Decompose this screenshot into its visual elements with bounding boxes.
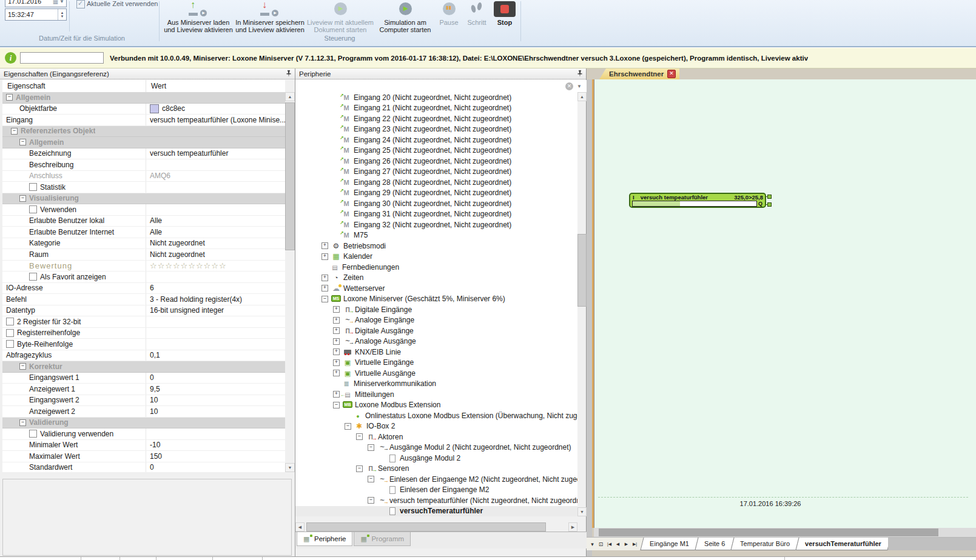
checkbox[interactable]: [6, 329, 14, 337]
property-row[interactable]: Statistik: [2, 182, 285, 193]
filter-dropdown-icon[interactable]: ▼: [577, 84, 582, 89]
tree-item[interactable]: Eingang 20 (Nicht zugeordnet, Nicht zuge…: [295, 92, 577, 103]
tree-hscrollbar-thumb[interactable]: [306, 522, 546, 532]
tree-item[interactable]: Eingang 27 (Nicht zugeordnet, Nicht zuge…: [295, 167, 577, 178]
tree-item[interactable]: +Analoge Eingänge: [295, 315, 577, 326]
rating-stars[interactable]: ☆☆☆☆☆☆☆☆☆☆: [150, 261, 227, 270]
property-row[interactable]: Verwenden: [2, 204, 285, 216]
pause-button[interactable]: Pause: [436, 0, 462, 26]
property-row[interactable]: AnschlussAMQ6: [2, 171, 285, 182]
property-group-row[interactable]: −Visualisierung: [2, 193, 285, 205]
property-row[interactable]: Validierung verwenden: [2, 428, 285, 440]
property-row[interactable]: Eingangversuch tempeaturfühler (Loxone M…: [2, 115, 285, 126]
tree-item[interactable]: −versuch tempeaturfühler (Nicht zugeordn…: [295, 495, 577, 506]
function-block[interactable]: I versuch tempeaturfühler 325,0>25,8 Q: [629, 193, 766, 208]
expand-icon[interactable]: −: [333, 402, 340, 408]
expand-icon[interactable]: +: [333, 338, 340, 345]
expand-icon[interactable]: +: [321, 242, 328, 249]
property-row[interactable]: Byte-Reihenfolge: [2, 339, 285, 350]
scroll-down-icon[interactable]: ▼: [285, 463, 295, 472]
panel-tab-peripherie[interactable]: Peripherie: [297, 532, 352, 546]
simulation-start-button[interactable]: Simulation am Computer starten: [375, 0, 436, 33]
tree-item[interactable]: Eingang 30 (Nicht zugeordnet, Nicht zuge…: [295, 198, 577, 209]
property-row[interactable]: Eingangswert 10: [2, 373, 285, 384]
liveview-start-button[interactable]: Liveview mit aktuellem Dokument starten: [306, 0, 375, 33]
property-row[interactable]: 2 Register für 32-bit: [2, 316, 285, 328]
tree-item[interactable]: +Virtuelle Eingänge: [295, 358, 577, 368]
property-row[interactable]: Befehl3 - Read holding register(4x): [2, 294, 285, 305]
tree-item[interactable]: +Mitteilungen: [295, 389, 577, 400]
expand-icon[interactable]: +: [333, 391, 340, 398]
tree-item[interactable]: +Kalender: [295, 252, 577, 262]
property-row[interactable]: Erlaubte Benutzer InternetAlle: [2, 227, 285, 238]
tree-item[interactable]: Eingang 24 (Nicht zugeordnet, Nicht zuge…: [295, 135, 577, 145]
time-spinner[interactable]: ▲▼: [58, 9, 66, 20]
tree-item[interactable]: +Analoge Ausgänge: [295, 336, 577, 347]
expand-icon[interactable]: +: [321, 285, 328, 292]
tree-item[interactable]: Eingang 25 (Nicht zugeordnet, Nicht zuge…: [295, 145, 577, 156]
tree-item[interactable]: Eingang 29 (Nicht zugeordnet, Nicht zuge…: [295, 188, 577, 199]
tree-item[interactable]: Eingang 23 (Nicht zugeordnet, Nicht zuge…: [295, 124, 577, 135]
checkbox[interactable]: [6, 318, 14, 325]
canvas-hscrollbar-thumb[interactable]: [599, 528, 938, 536]
expand-icon[interactable]: −: [368, 497, 374, 504]
tree-item[interactable]: −Loxone Miniserver (Geschätzt 5%, Minise…: [295, 294, 577, 305]
property-row[interactable]: Standardwert0: [2, 462, 285, 473]
last-page-icon[interactable]: [631, 542, 638, 547]
expand-icon[interactable]: +: [321, 275, 328, 281]
previous-page-icon[interactable]: [614, 542, 621, 547]
checkbox[interactable]: [29, 430, 37, 438]
infobar-input[interactable]: [20, 52, 104, 64]
property-row[interactable]: Erlaubte Benutzer lokalAlle: [2, 216, 285, 227]
sheet-tab[interactable]: Seite 6: [695, 538, 734, 550]
collapse-icon[interactable]: −: [19, 363, 26, 370]
next-page-icon[interactable]: [623, 542, 630, 547]
expand-icon[interactable]: −: [356, 465, 363, 472]
property-row[interactable]: Bezeichnungversuch tempeaturfühler: [2, 148, 285, 160]
property-row[interactable]: Registerreihenfolge: [2, 328, 285, 339]
property-row[interactable]: Objektfarbec8c8ec: [2, 104, 285, 115]
close-icon[interactable]: ✕: [667, 70, 676, 78]
tree-item[interactable]: +Wetterserver: [295, 283, 577, 294]
tab-overview-icon[interactable]: [597, 541, 604, 547]
property-group-row[interactable]: −Validierung: [2, 418, 285, 429]
tree-item[interactable]: Ausgänge Modul 2: [295, 453, 577, 464]
calendar-picker-icon[interactable]: ▦: [53, 0, 58, 5]
expand-icon[interactable]: +: [321, 253, 328, 260]
tree-item[interactable]: Eingang 21 (Nicht zugeordnet, Nicht zuge…: [295, 103, 577, 114]
expand-icon[interactable]: +: [333, 370, 340, 376]
property-row[interactable]: KategorieNicht zugeordnet: [2, 238, 285, 250]
property-row[interactable]: Als Favorit anzeigen: [2, 272, 285, 283]
tree-item[interactable]: Eingang 31 (Nicht zugeordnet, Nicht zuge…: [295, 209, 577, 220]
property-row[interactable]: Anzeigewert 19,5: [2, 384, 285, 395]
tree-item[interactable]: Eingang 32 (Nicht zugeordnet, Nicht zuge…: [295, 219, 577, 230]
output-pin-icon[interactable]: [766, 202, 772, 207]
collapse-icon[interactable]: −: [19, 419, 26, 426]
expand-icon[interactable]: +: [333, 348, 340, 355]
use-current-time-checkbox[interactable]: [76, 0, 85, 8]
scroll-up-icon[interactable]: ▲: [285, 92, 295, 101]
scroll-left-icon[interactable]: ◀: [295, 522, 305, 532]
tree-item[interactable]: −Ausgänge Modul 2 (Nicht zugeordnet, Nic…: [295, 442, 577, 453]
property-row[interactable]: Anzeigewert 210: [2, 406, 285, 418]
scroll-down-icon[interactable]: ▼: [577, 507, 587, 516]
expand-icon[interactable]: −: [345, 423, 351, 430]
sheet-tab[interactable]: Eingänge M1: [640, 538, 698, 550]
simulation-time-field[interactable]: 15:32:47 ▲▼: [5, 8, 67, 21]
expand-icon[interactable]: +: [333, 359, 340, 366]
search-input[interactable]: [299, 81, 565, 92]
output-pin-icon[interactable]: [766, 195, 772, 199]
tree-item[interactable]: −Sensoren: [295, 464, 577, 475]
tree-item[interactable]: −Loxone Modbus Extension: [295, 400, 577, 411]
document-tab[interactable]: Ehrschwendtner ✕: [599, 68, 679, 79]
tree-item[interactable]: +Virtuelle Ausgänge: [295, 368, 577, 379]
property-group-row[interactable]: −Referenziertes Objekt: [2, 126, 285, 138]
tree-item[interactable]: −Einlesen der Eingaenge M2 (Nicht zugeor…: [295, 474, 577, 485]
pin-icon[interactable]: [286, 70, 291, 78]
tree-item[interactable]: −Aktoren: [295, 432, 577, 442]
checkbox[interactable]: [29, 273, 37, 281]
expand-icon[interactable]: −: [368, 444, 374, 451]
properties-scrollbar-thumb[interactable]: [285, 102, 295, 250]
property-row[interactable]: Minimaler Wert-10: [2, 440, 285, 452]
step-button[interactable]: Schritt: [462, 0, 491, 26]
